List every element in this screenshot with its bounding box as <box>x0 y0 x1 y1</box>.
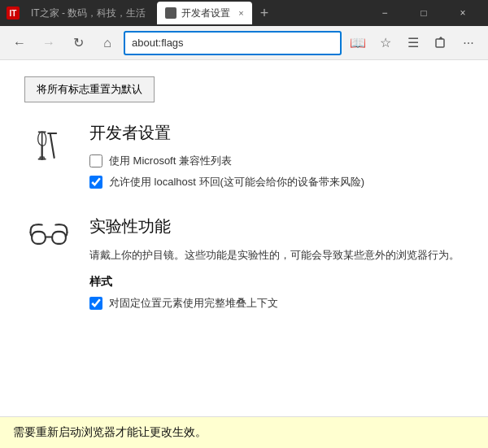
experimental-section: 实验性功能 请戴上你的护目镜。这些功能是实验性的，可能会导致某些意外的浏览器行为… <box>24 215 464 317</box>
dev-settings-section: 开发者设置 使用 Microsoft 兼容性列表 允许使用 localhost … <box>24 122 464 196</box>
address-bar[interactable] <box>124 31 342 55</box>
more-icon[interactable]: ··· <box>455 30 481 56</box>
reading-view-icon[interactable]: 📖 <box>345 30 371 56</box>
tab-active-page-icon <box>165 7 176 19</box>
style-subsection-title: 样式 <box>89 275 464 289</box>
tab-other-favicon: IT <box>7 7 20 20</box>
experimental-desc: 请戴上你的护目镜。这些功能是实验性的，可能会导致某些意外的浏览器行为。 <box>89 247 464 263</box>
maximize-button[interactable]: □ <box>405 0 442 26</box>
checkbox-row-stacking: 对固定位置元素使用完整堆叠上下文 <box>89 296 464 311</box>
svg-rect-5 <box>52 232 66 244</box>
share-icon[interactable] <box>428 30 454 56</box>
nav-bar: ← → ↻ ⌂ 📖 ☆ ☰ ··· <box>0 26 488 60</box>
localhost-loopback-label: 允许使用 localhost 环回(这可能会给你的设备带来风险) <box>109 175 364 189</box>
dev-settings-title: 开发者设置 <box>89 122 464 144</box>
home-button[interactable]: ⌂ <box>94 30 120 56</box>
experimental-title: 实验性功能 <box>89 215 464 237</box>
tab-close-button[interactable]: × <box>238 8 243 18</box>
favorites-icon[interactable]: ☆ <box>373 30 399 56</box>
compat-list-label: 使用 Microsoft 兼容性列表 <box>109 154 232 168</box>
goggles-icon <box>24 215 73 317</box>
localhost-loopback-checkbox[interactable] <box>89 176 102 189</box>
main-content: 将所有标志重置为默认 开发者设置 使用 Microsoft 兼容性列表 <box>0 60 488 416</box>
svg-line-1 <box>50 133 54 158</box>
checkbox-row-localhost: 允许使用 localhost 环回(这可能会给你的设备带来风险) <box>89 175 464 189</box>
forward-button[interactable]: → <box>36 30 62 56</box>
checkbox-row-compat: 使用 Microsoft 兼容性列表 <box>89 154 464 168</box>
new-tab-button[interactable]: + <box>260 5 269 22</box>
restart-message: 需要重新启动浏览器才能让更改生效。 <box>13 425 207 438</box>
minimize-button[interactable]: − <box>366 0 403 26</box>
stacking-context-label: 对固定位置元素使用完整堆叠上下文 <box>109 296 278 311</box>
refresh-button[interactable]: ↻ <box>65 30 91 56</box>
stacking-context-checkbox[interactable] <box>89 297 102 310</box>
bottom-bar: 需要重新启动浏览器才能让更改生效。 <box>0 416 488 448</box>
title-bar: IT IT之家 - 数码，科技，生活 开发者设置 × + − □ × <box>0 0 488 26</box>
tab-active[interactable]: 开发者设置 × <box>157 2 251 24</box>
tab-active-label: 开发者设置 <box>181 7 230 20</box>
experimental-body: 实验性功能 请戴上你的护目镜。这些功能是实验性的，可能会导致某些意外的浏览器行为… <box>89 215 464 317</box>
svg-rect-0 <box>436 39 444 47</box>
hub-icon[interactable]: ☰ <box>400 30 426 56</box>
nav-icons: 📖 ☆ ☰ ··· <box>345 30 481 56</box>
window-controls: − □ × <box>366 0 481 26</box>
tab-other[interactable]: IT之家 - 数码，科技，生活 <box>24 2 152 24</box>
close-button[interactable]: × <box>444 0 481 26</box>
dev-settings-body: 开发者设置 使用 Microsoft 兼容性列表 允许使用 localhost … <box>89 122 464 196</box>
reset-flags-button[interactable]: 将所有标志重置为默认 <box>24 76 155 102</box>
back-button[interactable]: ← <box>7 30 33 56</box>
compat-list-checkbox[interactable] <box>89 154 102 167</box>
tools-icon <box>24 122 73 196</box>
svg-rect-4 <box>32 232 46 244</box>
tab-other-label: IT之家 - 数码，科技，生活 <box>31 7 146 20</box>
